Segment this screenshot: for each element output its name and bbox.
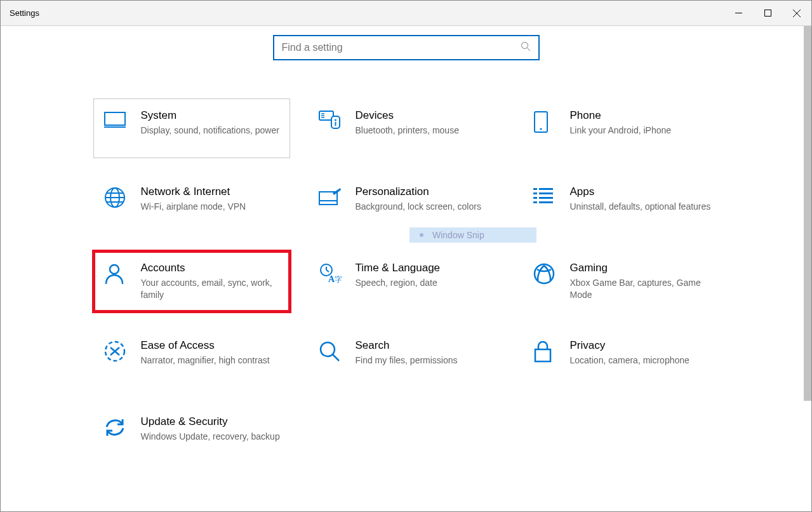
search-tile-icon — [319, 339, 347, 377]
tile-accounts[interactable]: Accounts Your accounts, email, sync, wor… — [93, 251, 290, 312]
svg-rect-25 — [539, 188, 553, 190]
svg-line-41 — [333, 354, 339, 361]
tile-desc: Speech, region, date — [356, 277, 496, 289]
tile-personalization[interactable]: Personalization Background, lock screen,… — [308, 175, 505, 234]
personalization-icon — [319, 185, 347, 224]
search-input[interactable] — [282, 42, 521, 53]
snip-tooltip: Window Snip — [409, 227, 536, 243]
gaming-icon — [533, 262, 561, 301]
tile-desc: Location, camera, microphone — [570, 354, 711, 367]
tile-title: Gaming — [570, 262, 711, 274]
accounts-icon — [104, 262, 132, 301]
close-button[interactable] — [782, 1, 811, 25]
svg-rect-24 — [533, 188, 537, 190]
content-area: System Display, sound, notifications, po… — [1, 26, 811, 464]
tile-gaming[interactable]: Gaming Xbox Game Bar, captures, Game Mod… — [522, 251, 719, 312]
tile-desc: Wi-Fi, airplane mode, VPN — [141, 201, 282, 213]
apps-icon — [533, 185, 561, 224]
svg-line-5 — [527, 48, 530, 51]
search-icon — [521, 41, 531, 54]
maximize-icon — [764, 10, 771, 17]
tile-title: Time & Language — [356, 262, 496, 274]
svg-rect-27 — [539, 192, 553, 194]
titlebar: Settings — [1, 1, 811, 26]
tile-title: Personalization — [356, 185, 496, 198]
tile-title: Search — [356, 339, 496, 352]
tile-privacy[interactable]: Privacy Location, camera, microphone — [522, 328, 719, 388]
tile-ease-of-access[interactable]: Ease of Access Narrator, magnifier, high… — [93, 328, 290, 388]
update-icon — [104, 415, 132, 454]
svg-rect-30 — [533, 201, 537, 203]
devices-icon — [319, 109, 347, 147]
snip-label: Window Snip — [432, 230, 484, 240]
tile-desc: Narrator, magnifier, high contrast — [141, 354, 282, 367]
tile-title: System — [141, 109, 282, 122]
tile-desc: Bluetooth, printers, mouse — [356, 125, 496, 137]
tile-system[interactable]: System Display, sound, notifications, po… — [93, 98, 290, 158]
tile-update-security[interactable]: Update & Security Windows Update, recove… — [93, 405, 290, 464]
svg-rect-28 — [533, 197, 537, 199]
tile-title: Network & Internet — [141, 185, 282, 198]
window-controls — [724, 1, 811, 25]
svg-rect-31 — [539, 201, 553, 203]
svg-rect-26 — [533, 192, 537, 194]
tile-title: Phone — [570, 109, 711, 122]
time-language-icon: A字 — [319, 262, 347, 301]
svg-point-32 — [110, 265, 119, 274]
vertical-scrollbar[interactable] — [804, 26, 811, 401]
search-container — [1, 35, 811, 60]
svg-point-13 — [335, 119, 336, 121]
close-icon — [793, 10, 801, 17]
privacy-icon — [533, 339, 561, 377]
window-title: Settings — [10, 8, 39, 18]
tile-phone[interactable]: Phone Link your Android, iPhone — [522, 98, 719, 158]
svg-point-40 — [321, 342, 335, 356]
tile-title: Privacy — [570, 339, 711, 352]
svg-point-4 — [521, 43, 528, 49]
tile-apps[interactable]: Apps Uninstall, defaults, optional featu… — [522, 175, 719, 234]
tile-desc: Link your Android, iPhone — [570, 125, 711, 137]
tile-title: Update & Security — [141, 415, 282, 428]
svg-rect-6 — [105, 112, 125, 125]
tile-devices[interactable]: Devices Bluetooth, printers, mouse — [308, 98, 505, 158]
ease-of-access-icon — [104, 339, 132, 377]
svg-rect-29 — [539, 197, 553, 199]
snip-dot-icon — [420, 233, 423, 237]
svg-rect-1 — [764, 10, 771, 17]
tile-desc: Your accounts, email, sync, work, family — [141, 277, 282, 301]
tile-title: Apps — [570, 185, 711, 198]
tile-desc: Background, lock screen, colors — [356, 201, 496, 213]
settings-grid: System Display, sound, notifications, po… — [1, 98, 811, 464]
svg-line-35 — [326, 270, 329, 272]
tile-title: Devices — [356, 109, 496, 122]
svg-point-16 — [540, 128, 542, 130]
tile-title: Ease of Access — [141, 339, 282, 352]
maximize-button[interactable] — [753, 1, 782, 25]
tile-time-language[interactable]: A字 Time & Language Speech, region, date — [308, 251, 505, 312]
tile-desc: Uninstall, defaults, optional features — [570, 201, 711, 213]
globe-icon — [104, 185, 132, 224]
tile-title: Accounts — [141, 262, 282, 274]
minimize-button[interactable] — [724, 1, 753, 25]
svg-text:字: 字 — [335, 275, 342, 283]
tile-desc: Windows Update, recovery, backup — [141, 431, 282, 443]
search-box[interactable] — [273, 35, 540, 60]
phone-icon — [533, 109, 561, 147]
display-icon — [104, 109, 132, 147]
tile-desc: Find my files, permissions — [356, 354, 496, 367]
tile-desc: Xbox Game Bar, captures, Game Mode — [570, 277, 711, 301]
svg-rect-42 — [535, 349, 550, 361]
tile-search[interactable]: Search Find my files, permissions — [308, 328, 505, 388]
tile-desc: Display, sound, notifications, power — [141, 125, 282, 137]
minimize-icon — [735, 10, 742, 17]
tile-network[interactable]: Network & Internet Wi-Fi, airplane mode,… — [93, 175, 290, 234]
